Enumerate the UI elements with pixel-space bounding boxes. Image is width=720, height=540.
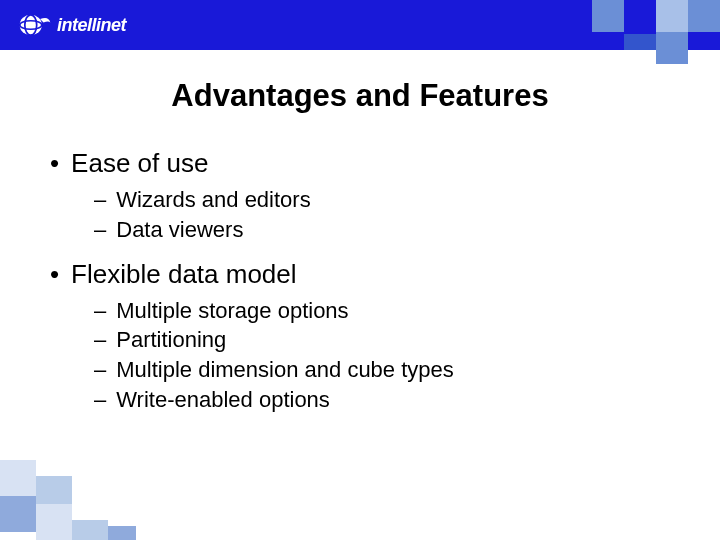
sub-item: –Write-enabled options: [94, 385, 720, 415]
bullet-icon: •: [50, 259, 59, 290]
logo: intellinet: [18, 12, 126, 38]
bullet-heading: • Ease of use: [50, 148, 720, 179]
dash-icon: –: [94, 185, 106, 215]
brand-name: intellinet: [57, 15, 126, 36]
dash-icon: –: [94, 215, 106, 245]
dash-icon: –: [94, 385, 106, 415]
globe-icon: [18, 12, 52, 38]
heading-text: Ease of use: [71, 148, 208, 179]
sub-item: –Multiple dimension and cube types: [94, 355, 720, 385]
sub-item: –Wizards and editors: [94, 185, 720, 215]
dash-icon: –: [94, 296, 106, 326]
bullet-heading: • Flexible data model: [50, 259, 720, 290]
bullet-icon: •: [50, 148, 59, 179]
svg-point-0: [20, 15, 42, 35]
slide-title: Advantages and Features: [0, 78, 720, 114]
section-0: • Ease of use –Wizards and editors –Data…: [50, 148, 720, 245]
content-body: • Ease of use –Wizards and editors –Data…: [0, 148, 720, 415]
sub-item: –Data viewers: [94, 215, 720, 245]
dash-icon: –: [94, 355, 106, 385]
sub-item: –Multiple storage options: [94, 296, 720, 326]
dash-icon: –: [94, 325, 106, 355]
decoration-top: [592, 0, 720, 64]
section-1: • Flexible data model –Multiple storage …: [50, 259, 720, 415]
heading-text: Flexible data model: [71, 259, 296, 290]
sub-item: –Partitioning: [94, 325, 720, 355]
